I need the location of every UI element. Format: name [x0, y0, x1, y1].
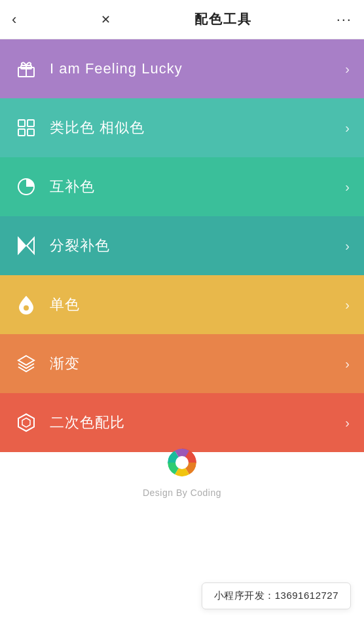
menu-label-mono: 单色	[50, 295, 345, 314]
menu-item-gradient[interactable]: 渐变 ›	[0, 334, 364, 393]
menu-label-split: 分裂补色	[50, 236, 345, 256]
bowtie-icon	[14, 234, 38, 257]
arrow-icon-gradient: ›	[345, 356, 350, 372]
layers-icon	[14, 352, 38, 375]
menu-label-gradient: 渐变	[50, 354, 345, 373]
bottom-banner: 小程序开发：13691612727	[202, 582, 351, 609]
svg-marker-9	[18, 238, 26, 254]
drop-icon	[14, 293, 38, 316]
header: ‹ ✕ 配色工具 ···	[0, 0, 364, 39]
svg-rect-6	[18, 129, 25, 136]
arrow-icon-mono: ›	[345, 297, 350, 313]
close-button[interactable]: ✕	[101, 12, 111, 27]
footer-brand: Design By Coding	[143, 487, 221, 498]
menu-item-mono[interactable]: 单色 ›	[0, 275, 364, 334]
menu-item-lucky[interactable]: I am Feeling Lucky ›	[0, 39, 364, 98]
menu-item-complementary[interactable]: 互补色 ›	[0, 157, 364, 216]
arrow-icon-analogous: ›	[345, 121, 350, 136]
pie-icon	[14, 175, 38, 199]
back-button[interactable]: ‹	[12, 11, 16, 28]
svg-marker-10	[27, 238, 34, 254]
svg-rect-5	[27, 120, 34, 126]
menu-item-analogous[interactable]: 类比色 相似色 ›	[0, 98, 364, 157]
arrow-icon-split: ›	[345, 238, 350, 254]
gift-icon	[14, 57, 38, 81]
menu-label-analogous: 类比色 相似色	[50, 118, 345, 138]
svg-rect-4	[18, 120, 25, 126]
menu-item-split[interactable]: 分裂补色 ›	[0, 216, 364, 275]
svg-marker-12	[18, 356, 34, 365]
grid-icon	[14, 116, 38, 140]
banner-text: 小程序开发：13691612727	[214, 590, 338, 601]
svg-point-16	[175, 456, 189, 469]
menu-label-complementary: 互补色	[50, 177, 345, 197]
arrow-icon-lucky: ›	[345, 62, 350, 77]
svg-rect-7	[27, 129, 34, 136]
svg-point-11	[24, 305, 29, 311]
menu-label-lucky: I am Feeling Lucky	[50, 60, 345, 77]
color-wheel-icon	[165, 446, 199, 480]
more-button[interactable]: ···	[337, 11, 352, 28]
menu-list: I am Feeling Lucky › 类比色 相似色 › 互补色 ›	[0, 39, 364, 452]
arrow-icon-complementary: ›	[345, 180, 350, 195]
page-title: 配色工具	[194, 10, 252, 28]
